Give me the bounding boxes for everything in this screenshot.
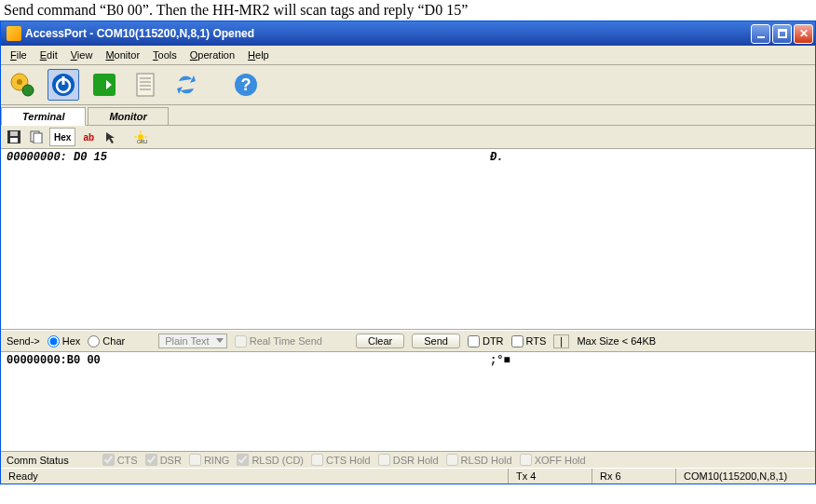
rts-checkbox[interactable]: RTS	[511, 335, 547, 347]
app-icon	[7, 26, 21, 41]
status-port: COM10(115200,N,8,1)	[675, 469, 815, 484]
arrow-tool[interactable]	[102, 128, 120, 146]
send-button[interactable]: Send	[412, 334, 460, 348]
menu-edit[interactable]: Edit	[34, 48, 63, 62]
dtr-checkbox[interactable]: DTR	[468, 335, 504, 347]
comm-status-label: Comm Status	[7, 455, 69, 466]
menu-view[interactable]: View	[65, 48, 99, 62]
save-icon	[7, 130, 20, 143]
rx-hex-line: 00000000: D0 15	[7, 151, 107, 164]
ctshold-indicator: CTS Hold	[311, 454, 371, 466]
sun-icon: CRLF	[134, 130, 147, 143]
status-rx: Rx 6	[592, 469, 675, 484]
menu-operation[interactable]: Operation	[184, 48, 240, 62]
maxsize-label: Max Size < 64KB	[577, 335, 656, 347]
rx-ascii: Ð.	[490, 151, 503, 164]
format-dropdown[interactable]: Plain Text	[158, 334, 227, 348]
dsrhold-indicator: DSR Hold	[378, 454, 439, 466]
toolbar: ?	[1, 65, 815, 105]
radio-hex[interactable]: Hex	[48, 335, 81, 347]
send-toolbar: Send-> Hex Char Plain Text Real Time Sen…	[1, 330, 815, 352]
statusbar: Ready Tx 4 Rx 6 COM10(115200,N,8,1)	[1, 468, 815, 484]
arrow-right-icon	[91, 72, 117, 98]
titlebar: AccessPort - COM10(115200,N,8,1) Opened …	[1, 21, 815, 46]
power-icon	[50, 72, 76, 98]
close-button[interactable]: ✕	[794, 24, 813, 44]
power-button[interactable]	[48, 69, 79, 101]
menu-tools[interactable]: Tools	[147, 48, 183, 62]
window-title: AccessPort - COM10(115200,N,8,1) Opened	[25, 27, 751, 40]
menu-monitor[interactable]: Monitor	[100, 48, 145, 62]
hex-toggle[interactable]: Hex	[49, 128, 75, 146]
cursor-icon	[104, 130, 117, 143]
svg-point-1	[17, 79, 22, 85]
clear-button[interactable]: Clear	[356, 334, 404, 348]
xoffhold-indicator: XOFF Hold	[520, 454, 586, 466]
radio-char[interactable]: Char	[88, 335, 125, 347]
sun-tool[interactable]: CRLF	[131, 128, 150, 146]
copy-icon	[30, 130, 43, 143]
send-label: Send->	[7, 335, 40, 347]
save-button[interactable]	[5, 128, 23, 146]
cts-indicator: CTS	[102, 454, 138, 466]
settings-button[interactable]	[7, 69, 38, 101]
svg-text:CRLF: CRLF	[137, 139, 147, 143]
comm-status-bar: Comm Status CTS DSR RING RLSD (CD) CTS H…	[1, 451, 815, 468]
tx-ascii: ;°■	[490, 354, 510, 367]
copy-button[interactable]	[27, 128, 46, 146]
status-tx: Tx 4	[508, 469, 592, 484]
svg-rect-6	[93, 74, 116, 96]
menu-help[interactable]: Help	[242, 48, 275, 62]
status-ready: Ready	[1, 469, 508, 484]
app-window: AccessPort - COM10(115200,N,8,1) Opened …	[0, 20, 816, 484]
tx-hex-line: 00000000:B0 00	[7, 354, 101, 367]
help-icon: ?	[233, 72, 259, 98]
receive-area[interactable]: 00000000: D0 15 Ð.	[1, 149, 815, 330]
svg-rect-7	[137, 74, 154, 96]
minimize-button[interactable]	[751, 24, 770, 44]
pause-indicator: ❘	[553, 334, 569, 348]
ab-toggle[interactable]: ab	[79, 128, 98, 146]
svg-text:?: ?	[241, 75, 252, 94]
maximize-button[interactable]	[772, 24, 792, 44]
rx-toolbar: Hex ab CRLF	[1, 126, 815, 149]
send-area[interactable]: 00000000:B0 00 ;°■	[1, 352, 815, 451]
rlsd-indicator: RLSD (CD)	[237, 454, 304, 466]
dsr-indicator: DSR	[145, 454, 182, 466]
refresh-button[interactable]	[170, 69, 202, 101]
tab-terminal[interactable]: Terminal	[1, 107, 86, 126]
help-button[interactable]: ?	[230, 69, 262, 101]
document-icon	[133, 72, 157, 98]
instruction-caption: Send command “B0 00”. Then the HH-MR2 wi…	[0, 0, 816, 20]
svg-point-2	[22, 85, 34, 96]
svg-rect-16	[10, 138, 18, 143]
refresh-icon	[173, 72, 199, 98]
menu-file[interactable]: File	[5, 48, 33, 62]
rlsdhold-indicator: RLSD Hold	[446, 454, 512, 466]
menubar: File Edit View Monitor Tools Operation H…	[1, 46, 815, 65]
tabbar: Terminal Monitor	[1, 105, 815, 126]
realtime-checkbox[interactable]: Real Time Send	[235, 335, 322, 347]
ring-indicator: RING	[189, 454, 230, 466]
svg-rect-15	[10, 131, 18, 136]
go-button[interactable]	[88, 69, 120, 101]
tab-monitor[interactable]: Monitor	[88, 107, 168, 125]
document-button[interactable]	[129, 69, 161, 101]
gear-icon	[8, 71, 36, 99]
svg-rect-18	[34, 133, 42, 143]
